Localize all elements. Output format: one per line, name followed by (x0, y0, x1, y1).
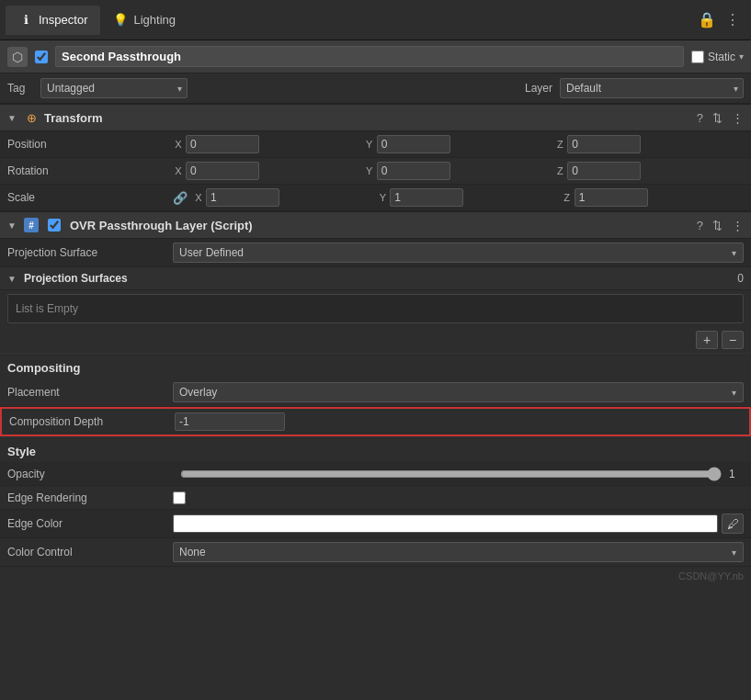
color-control-row: Color Control None Brightness/Contrast C… (0, 538, 751, 567)
tag-select-wrapper: Untagged (40, 78, 188, 98)
opacity-label: Opacity (7, 468, 173, 480)
composition-depth-row: Composition Depth (0, 407, 751, 436)
composition-depth-input[interactable] (175, 412, 285, 431)
inspector-panel: ⬡ Static ▾ Tag Untagged Layer Default ▼ (0, 40, 751, 700)
color-control-select-wrapper: None Brightness/Contrast Color Map Mono (173, 542, 744, 562)
scale-row: Scale 🔗 X Y Z (0, 185, 751, 211)
layer-select-wrapper: Default (560, 78, 744, 98)
tab-bar: ℹ Inspector 💡 Lighting 🔒 ⋮ (0, 0, 751, 40)
position-x-axis: X (173, 139, 184, 150)
rotation-x-input[interactable] (186, 162, 259, 180)
static-dropdown-icon[interactable]: ▾ (739, 51, 744, 62)
position-y-group: Y (364, 135, 553, 153)
position-fields: X Y Z (173, 135, 744, 153)
rotation-fields: X Y Z (173, 162, 744, 180)
ovr-enabled-checkbox[interactable] (48, 219, 61, 231)
layer-label: Layer (525, 82, 552, 95)
style-section: Style (0, 436, 751, 462)
watermark-text: CSDN@YY.nb (678, 570, 744, 581)
tab-lighting[interactable]: 💡 Lighting (100, 6, 188, 35)
lock-tab-icon[interactable]: 🔒 (698, 11, 716, 28)
edge-color-swatch[interactable] (173, 514, 718, 533)
rotation-label: Rotation (7, 164, 173, 177)
scale-y-group: Y (377, 188, 559, 207)
ovr-title: OVR Passthrough Layer (Script) (70, 219, 691, 232)
position-z-axis: Z (554, 139, 565, 150)
transform-collapse-icon: ▼ (7, 113, 18, 123)
composition-depth-label: Composition Depth (9, 415, 175, 428)
layer-area: Layer Default (525, 78, 744, 98)
scale-y-axis: Y (377, 192, 388, 203)
ovr-settings-icon[interactable]: ⇅ (712, 219, 723, 232)
scale-lock-icon[interactable]: 🔗 (173, 191, 188, 205)
ovr-section-header[interactable]: ▼ # OVR Passthrough Layer (Script) ? ⇅ ⋮ (0, 211, 751, 239)
position-y-input[interactable] (377, 135, 450, 153)
rotation-x-group: X (173, 162, 362, 180)
tab-inspector[interactable]: ℹ Inspector (6, 6, 100, 35)
object-enabled-checkbox[interactable] (35, 51, 48, 63)
rotation-z-group: Z (554, 162, 744, 180)
position-label: Position (7, 138, 173, 151)
compositing-title: Compositing (7, 361, 80, 375)
transform-help-icon[interactable]: ? (697, 111, 703, 125)
opacity-row: Opacity 1 (0, 462, 751, 486)
rotation-row: Rotation X Y Z (0, 158, 751, 185)
inspector-icon: ℹ (18, 13, 33, 28)
scale-z-input[interactable] (575, 188, 648, 207)
scale-y-input[interactable] (390, 188, 463, 207)
position-z-input[interactable] (567, 135, 641, 153)
position-x-group: X (173, 135, 362, 153)
more-tab-icon[interactable]: ⋮ (725, 11, 740, 28)
object-header: ⬡ Static ▾ (0, 40, 751, 73)
scale-x-group: X (193, 188, 375, 207)
projection-surface-label: Projection Surface (7, 246, 173, 259)
scale-z-axis: Z (562, 192, 573, 203)
ovr-help-icon[interactable]: ? (697, 219, 703, 232)
edge-rendering-checkbox[interactable] (173, 491, 186, 504)
object-icon: ⬡ (7, 47, 28, 67)
list-empty-area: List is Empty (7, 294, 744, 323)
static-checkbox[interactable] (691, 51, 704, 63)
scale-z-group: Z (562, 188, 744, 207)
tag-label: Tag (7, 82, 33, 95)
placement-select-wrapper: Overlay Underlay (173, 382, 744, 402)
watermark: CSDN@YY.nb (0, 567, 751, 585)
object-name-field[interactable] (55, 46, 684, 67)
opacity-slider[interactable] (180, 467, 722, 481)
proj-surfaces-count: 0 (737, 272, 744, 285)
layer-select[interactable]: Default (560, 78, 744, 98)
placement-select[interactable]: Overlay Underlay (173, 382, 744, 402)
ovr-collapse-icon: ▼ (7, 220, 18, 231)
transform-more-icon[interactable]: ⋮ (732, 111, 744, 125)
rotation-y-input[interactable] (377, 162, 450, 180)
projection-surfaces-header[interactable]: ▼ Projection Surfaces 0 (0, 267, 751, 290)
add-surface-button[interactable]: + (696, 331, 718, 349)
list-empty-text: List is Empty (16, 302, 78, 315)
placement-label: Placement (7, 386, 173, 399)
tab-lighting-label: Lighting (133, 13, 176, 27)
scale-x-axis: X (193, 192, 204, 203)
remove-surface-button[interactable]: − (722, 331, 744, 349)
transform-icon: ⊕ (24, 110, 39, 125)
style-title: Style (7, 445, 36, 458)
scale-x-input[interactable] (206, 188, 279, 207)
color-control-select[interactable]: None Brightness/Contrast Color Map Mono (173, 542, 744, 562)
position-y-axis: Y (364, 139, 375, 150)
transform-section-header[interactable]: ▼ ⊕ Transform ? ⇅ ⋮ (0, 104, 751, 131)
compositing-section: Compositing (0, 353, 751, 378)
tag-layer-row: Tag Untagged Layer Default (0, 73, 751, 104)
position-row: Position X Y Z (0, 131, 751, 158)
projection-surface-select[interactable]: User Defined (173, 243, 744, 263)
ovr-more-icon[interactable]: ⋮ (732, 219, 744, 232)
transform-settings-icon[interactable]: ⇅ (712, 111, 723, 125)
tag-select[interactable]: Untagged (40, 78, 188, 98)
position-x-input[interactable] (186, 135, 259, 153)
edge-rendering-label: Edge Rendering (7, 491, 173, 504)
tab-actions: 🔒 ⋮ (698, 11, 745, 28)
rotation-x-axis: X (173, 165, 184, 176)
position-z-group: Z (554, 135, 744, 153)
edge-color-label: Edge Color (7, 517, 173, 530)
edge-color-eyedropper-button[interactable]: 🖊 (722, 514, 744, 534)
rotation-z-input[interactable] (567, 162, 641, 180)
edge-rendering-row: Edge Rendering (0, 486, 751, 510)
